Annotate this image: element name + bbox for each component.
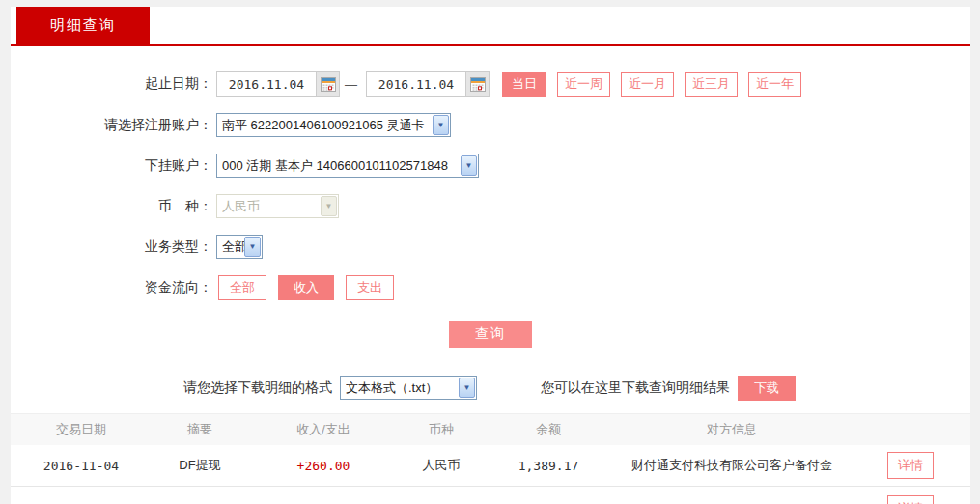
download-format-value: 文本格式（.txt） — [346, 379, 459, 397]
col-header-counterparty: 对方信息 — [613, 421, 851, 438]
sub-account-select[interactable]: 000 活期 基本户 1406600101102571848 ▼ — [216, 154, 479, 178]
quick-range-month-button[interactable]: 近一月 — [621, 72, 674, 97]
tab-bar: 明细查询 — [11, 7, 970, 46]
detail-button[interactable]: 详情 — [887, 452, 934, 479]
cell-amount: +260.00 — [248, 459, 399, 473]
sub-account-value: 000 活期 基本户 1406600101102571848 — [222, 157, 461, 175]
page-background: 明细查询 起止日期： — [0, 0, 980, 504]
date-range-label: 起止日期： — [11, 75, 212, 93]
transactions-table: 交易日期 摘要 收入/支出 币种 余额 对方信息 2016-11-04 DF提现… — [11, 413, 970, 504]
quick-range-year-button[interactable]: 近一年 — [748, 72, 801, 97]
query-button-row: 查询 — [11, 321, 970, 348]
quick-range-week-button[interactable]: 近一周 — [557, 72, 610, 97]
currency-value: 人民币 — [222, 198, 321, 215]
business-type-row: 业务类型： 全部 ▼ — [11, 235, 970, 259]
download-format-label: 请您选择下载明细的格式 — [183, 379, 332, 397]
table-row: 2016-11-04 DF提现 +260.00 人民币 1,389.17 财付通… — [11, 445, 970, 487]
cell-counterparty: 财付通支付科技有限公司客户备付金 — [613, 457, 851, 474]
fund-flow-label: 资金流向： — [11, 279, 212, 296]
col-header-summary: 摘要 — [152, 421, 248, 438]
col-header-amount: 收入/支出 — [248, 421, 399, 438]
date-separator: — — [345, 77, 357, 92]
calendar-icon[interactable] — [316, 72, 339, 96]
download-row: 请您选择下载明细的格式 文本格式（.txt） ▼ 您可以在这里下载查询明细结果 … — [11, 375, 970, 401]
register-account-row: 请选择注册账户： 南平 6222001406100921065 灵通卡 ▼ — [11, 113, 970, 137]
register-account-value: 南平 6222001406100921065 灵通卡 — [222, 117, 433, 134]
col-header-balance: 余额 — [484, 421, 613, 438]
quick-range-quarter-button[interactable]: 近三月 — [685, 72, 738, 97]
fund-flow-options: 全部 收入 支出 — [218, 275, 406, 300]
business-type-select[interactable]: 全部 ▼ — [216, 235, 263, 259]
download-button[interactable]: 下载 — [738, 376, 796, 401]
business-type-value: 全部 — [222, 238, 244, 256]
fund-flow-income-button[interactable]: 收入 — [278, 275, 334, 300]
end-date-field[interactable] — [366, 71, 490, 97]
table-row-partial: 详情 — [11, 487, 970, 504]
chevron-down-icon[interactable]: ▼ — [244, 237, 261, 257]
download-format-select[interactable]: 文本格式（.txt） ▼ — [340, 376, 477, 400]
sub-account-label: 下挂账户： — [11, 157, 212, 175]
calendar-icon[interactable] — [465, 72, 489, 96]
cell-action: 详情 — [851, 452, 970, 479]
currency-label: 币 种： — [11, 198, 212, 215]
chevron-down-icon[interactable]: ▼ — [461, 155, 477, 176]
register-account-label: 请选择注册账户： — [11, 117, 212, 134]
query-button[interactable]: 查询 — [449, 321, 532, 348]
query-form: 起止日期： — [11, 46, 970, 401]
cell-date: 2016-11-04 — [11, 459, 152, 473]
sub-account-row: 下挂账户： 000 活期 基本户 1406600101102571848 ▼ — [11, 154, 970, 178]
chevron-down-icon: ▼ — [321, 196, 337, 216]
start-date-input[interactable] — [217, 72, 316, 96]
fund-flow-row: 资金流向： 全部 收入 支出 — [11, 275, 970, 300]
end-date-input[interactable] — [367, 72, 465, 96]
start-date-field[interactable] — [216, 71, 340, 97]
date-range-row: 起止日期： — [11, 71, 970, 97]
tab-detail-query[interactable]: 明细查询 — [16, 7, 150, 44]
download-hint: 您可以在这里下载查询明细结果 — [541, 379, 730, 397]
register-account-select[interactable]: 南平 6222001406100921065 灵通卡 ▼ — [216, 113, 451, 137]
col-header-currency: 币种 — [399, 421, 484, 438]
cell-balance: 1,389.17 — [484, 459, 613, 473]
chevron-down-icon[interactable]: ▼ — [459, 378, 475, 398]
fund-flow-all-button[interactable]: 全部 — [218, 275, 266, 300]
detail-button[interactable]: 详情 — [887, 495, 934, 504]
col-header-date: 交易日期 — [11, 421, 152, 438]
chevron-down-icon[interactable]: ▼ — [433, 115, 449, 135]
quick-range-today-button[interactable]: 当日 — [502, 72, 546, 97]
content-panel: 明细查询 起止日期： — [11, 7, 970, 504]
business-type-label: 业务类型： — [11, 238, 212, 256]
cell-summary: DF提现 — [152, 457, 248, 474]
table-header-row: 交易日期 摘要 收入/支出 币种 余额 对方信息 — [11, 413, 970, 445]
fund-flow-expense-button[interactable]: 支出 — [346, 275, 394, 300]
cell-currency: 人民币 — [399, 457, 484, 474]
currency-row: 币 种： 人民币 ▼ — [11, 194, 970, 218]
currency-select: 人民币 ▼ — [216, 194, 339, 218]
